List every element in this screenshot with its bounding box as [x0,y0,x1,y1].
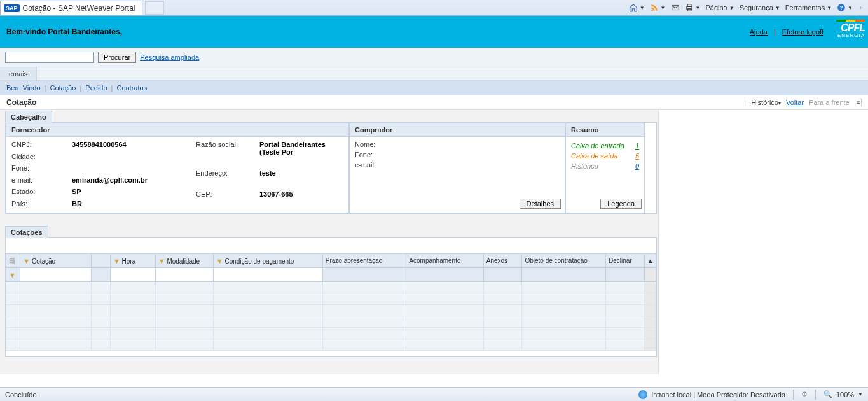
col-cotacao[interactable]: ▼ Cotação [20,254,91,268]
col-hora[interactable]: ▼ Hora [110,254,155,268]
col-scroll-up[interactable]: ▲ [644,254,656,268]
nav-bem-vindo[interactable]: Bem Vindo [6,84,41,92]
svg-rect-2 [687,4,691,7]
col-condicao[interactable]: ▼ Condição de pagamento [213,254,322,268]
table-row[interactable] [6,328,656,339]
chevron-right-icon[interactable]: » [860,4,863,11]
filter-modalidade[interactable] [155,268,213,282]
nav-pedido[interactable]: Pedido [85,84,107,92]
svg-text:?: ? [840,5,843,11]
browser-tab-bar: SAP Cotação - SAP NetWeaver Portal ▼ ▼ ▼… [0,0,868,16]
historico-link[interactable]: Histórico▾ [751,99,781,106]
page-title-row: Cotação | Histórico▾ Voltar Para a frent… [0,95,868,110]
help-link[interactable]: Ajuda [750,28,768,36]
cotacoes-table: ▤ ▼ Cotação ▼ Hora ▼ Modalidade ▼ Condiç… [6,253,656,351]
filter-icon[interactable]: ▼ [6,268,20,282]
right-empty-column [658,110,868,374]
col-anexos[interactable]: Anexos [483,254,522,268]
outbox-count[interactable]: 5 [635,152,639,160]
legenda-button[interactable]: Legenda [600,199,642,209]
zone-icon [638,390,647,399]
comprador-title: Comprador [349,123,565,137]
portal-header: Bem-vindo Portal Bandeirantes, Ajuda | E… [0,16,868,48]
endereco-value: teste [259,169,343,177]
brand-text: CPFL [836,23,865,33]
cnpj-label: CNPJ: [11,141,72,148]
voltar-link[interactable]: Voltar [786,99,804,106]
zoom-value: 100% [836,391,854,398]
col-acomp[interactable]: Acompanhamento [406,254,483,268]
pais-value: BR [72,200,196,208]
estado-label: Estado: [11,188,72,195]
search-input[interactable] [5,52,94,63]
filter-hora[interactable] [110,268,155,282]
new-tab-button[interactable] [145,1,164,15]
print-icon[interactable]: ▼ [685,3,701,12]
protected-mode-icon[interactable]: ⚙ [801,390,808,398]
endereco-label: Endereço: [196,169,259,177]
table-row[interactable] [6,339,656,351]
table-row[interactable] [6,282,656,293]
estado-value: SP [72,188,196,195]
col-declinar[interactable]: Declinar [605,254,644,268]
cabecalho-label: Cabeçalho [5,111,52,123]
table-row[interactable] [6,316,656,328]
help-icon[interactable]: ?▼ [837,3,853,12]
mail-icon[interactable] [671,3,680,12]
cotacoes-label: Cotações [5,226,48,238]
filter-cotacao[interactable] [20,268,91,282]
advanced-search-link[interactable]: Pesquisa ampliada [140,53,199,61]
col-prazo[interactable]: Prazo apresentação [322,254,406,268]
tab-emais[interactable]: emais [0,67,37,80]
razao-value: Portal Bandeirantes (Teste Por [259,141,343,156]
cotacoes-toolbar [6,238,656,253]
status-zone: Intranet local | Modo Protegido: Desativ… [651,391,785,398]
cidade-label: Cidade: [11,153,72,160]
fornecedor-title: Fornecedor [6,123,349,137]
browser-tab-title: Cotação - SAP NetWeaver Portal [23,4,135,13]
comprador-panel: Comprador Nome: Fone: e-mail: Detalhes [349,123,565,213]
portal-links: Ajuda | Efetuar logoff [750,28,823,36]
browser-tab-active[interactable]: SAP Cotação - SAP NetWeaver Portal [0,1,142,15]
history-nav: | Histórico▾ Voltar Para a frente ≡ [744,99,862,106]
menu-seguranca[interactable]: Segurança ▼ [740,4,780,11]
inbox-count[interactable]: 1 [635,142,639,150]
menu-pagina[interactable]: Página ▼ [705,4,734,11]
detalhes-button[interactable]: Detalhes [520,199,561,209]
col-menu-icon[interactable]: ▤ [6,254,20,268]
resumo-title: Resumo [565,123,645,137]
search-button[interactable]: Procurar [98,52,136,63]
zoom-dropdown[interactable]: ▼ [858,391,863,397]
frente-link: Para a frente [809,99,850,106]
options-icon[interactable]: ≡ [855,99,862,106]
table-row[interactable] [6,293,656,305]
search-row: Procurar Pesquisa ampliada [0,48,868,67]
hist-count[interactable]: 0 [635,162,639,170]
status-done: Concluído [5,391,37,398]
home-icon[interactable]: ▼ [629,3,645,12]
zoom-icon[interactable]: 🔍 [823,390,832,398]
nav-contratos[interactable]: Contratos [116,84,147,92]
logoff-link[interactable]: Efetuar logoff [782,28,823,36]
nav-links: Bem Vindo | Cotação | Pedido | Contratos [0,81,868,95]
email-value: emiranda@cpfl.com.br [72,176,196,184]
cpfl-logo: CPFL ENERGIA [836,20,865,38]
tabs-top: emais [0,67,868,81]
main-column: Cabeçalho Fornecedor CNPJ: 3455884100056… [0,110,658,374]
table-filter-row: ▼ [6,268,656,282]
cnpj-value: 34558841000564 [72,141,196,148]
sap-icon: SAP [4,4,20,12]
filter-cond[interactable] [213,268,322,282]
col-objeto[interactable]: Objeto de contratação [522,254,606,268]
rss-icon[interactable]: ▼ [650,3,666,12]
outbox-label: Caixa de saída [571,152,617,160]
col-blank[interactable] [91,254,110,268]
table-row[interactable] [6,305,656,316]
cep-value: 13067-665 [259,190,343,198]
cep-label: CEP: [196,190,259,198]
nav-cotacao[interactable]: Cotação [50,84,76,92]
content-area: Cabeçalho Fornecedor CNPJ: 3455884100056… [0,110,868,374]
comp-email-label: e-mail: [355,161,406,169]
col-modalidade[interactable]: ▼ Modalidade [155,254,213,268]
menu-ferramentas[interactable]: Ferramentas ▼ [785,4,832,11]
